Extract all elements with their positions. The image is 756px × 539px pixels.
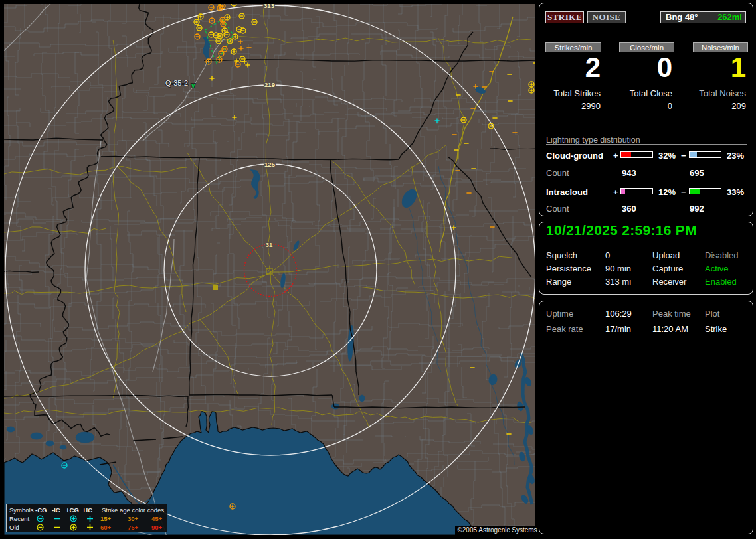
svg-text:31: 31 — [266, 241, 273, 248]
svg-text:219: 219 — [264, 81, 275, 88]
svg-text:Q-35-2: Q-35-2 — [165, 79, 188, 87]
svg-text:v: v — [191, 82, 195, 89]
svg-text:125: 125 — [264, 161, 276, 168]
